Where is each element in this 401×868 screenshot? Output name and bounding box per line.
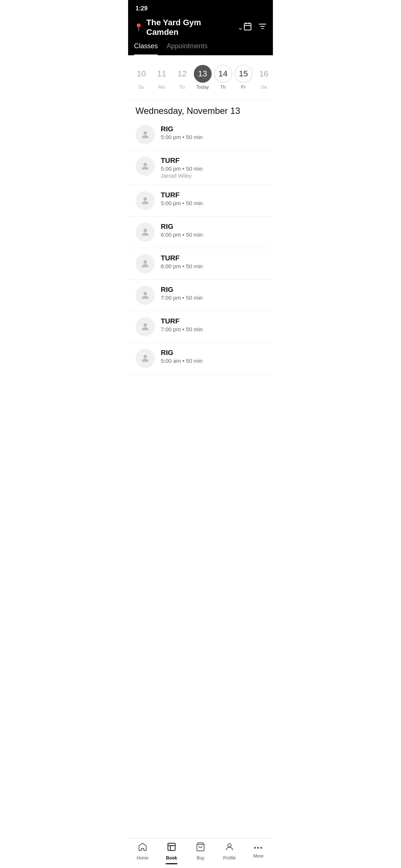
day-heading: Wednesday, November 13 <box>128 100 273 119</box>
avatar <box>136 349 155 368</box>
date-item-16[interactable]: 16 Sa <box>254 61 273 93</box>
person-icon <box>140 322 150 332</box>
svg-point-8 <box>143 163 147 166</box>
person-icon <box>140 259 150 269</box>
date-selector[interactable]: 10 Su 11 Mo 12 Tu 13 Today 1 <box>128 55 273 100</box>
svg-point-14 <box>143 355 147 358</box>
header-left: 📍 The Yard Gym Camden ⌄ <box>134 18 243 37</box>
date-item-15[interactable]: 15 Fr <box>233 61 254 93</box>
class-list: RIG 5:00 pm • 50 min TURF 5:00 pm • 50 m… <box>128 119 273 374</box>
avatar <box>136 125 155 144</box>
class-info: TURF 5:00 pm • 50 min Jarrad Wiley <box>161 157 265 179</box>
date-item-13[interactable]: 13 Today <box>192 61 213 93</box>
main-content: 10 Su 11 Mo 12 Tu 13 Today 1 <box>128 55 273 404</box>
date-item-11[interactable]: 11 Mo <box>151 61 172 93</box>
date-item-14[interactable]: 14 Th <box>213 61 233 93</box>
class-item[interactable]: RIG 5:00 pm • 50 min <box>128 119 273 151</box>
filter-icon[interactable] <box>258 22 267 33</box>
class-info: TURF 7:00 pm • 50 min <box>161 317 265 333</box>
class-item[interactable]: TURF 5:00 pm • 50 min Jarrad Wiley <box>128 151 273 185</box>
tab-appointments[interactable]: Appointments <box>167 42 208 55</box>
date-item-10[interactable]: 10 Su <box>131 61 151 93</box>
class-item[interactable]: RIG 5:00 am • 50 min <box>128 343 273 374</box>
svg-point-12 <box>143 292 147 295</box>
avatar <box>136 157 155 176</box>
class-info: RIG 7:00 pm • 50 min <box>161 286 265 302</box>
avatar <box>136 191 155 210</box>
avatar <box>136 254 155 273</box>
class-item[interactable]: RIG 6:00 pm • 50 min <box>128 217 273 248</box>
class-info: RIG 6:00 pm • 50 min <box>161 223 265 239</box>
status-bar: 1:29 <box>128 0 273 15</box>
location-icon: 📍 <box>134 23 143 32</box>
avatar <box>136 317 155 336</box>
calendar-icon[interactable] <box>243 22 252 33</box>
svg-point-7 <box>143 131 147 135</box>
class-item[interactable]: TURF 7:00 pm • 50 min <box>128 311 273 343</box>
person-icon <box>140 353 150 364</box>
person-icon <box>140 195 150 206</box>
tabs: Classes Appointments <box>128 37 273 55</box>
svg-point-10 <box>143 229 147 232</box>
header: 📍 The Yard Gym Camden ⌄ <box>128 15 273 37</box>
svg-point-11 <box>143 260 147 264</box>
chevron-down-icon[interactable]: ⌄ <box>238 23 243 32</box>
svg-rect-0 <box>244 23 251 30</box>
class-info: TURF 6:00 pm • 50 min <box>161 254 265 270</box>
class-info: RIG 5:00 am • 50 min <box>161 349 265 365</box>
person-icon <box>140 129 150 140</box>
class-item[interactable]: RIG 7:00 pm • 50 min <box>128 280 273 311</box>
avatar <box>136 286 155 305</box>
person-icon <box>140 227 150 237</box>
class-item[interactable]: TURF 5:00 pm • 50 min <box>128 185 273 217</box>
gym-name[interactable]: The Yard Gym Camden <box>146 18 233 37</box>
svg-point-9 <box>143 197 147 201</box>
class-item[interactable]: TURF 6:00 pm • 50 min <box>128 248 273 280</box>
tab-classes[interactable]: Classes <box>134 42 158 55</box>
status-time: 1:29 <box>136 5 147 11</box>
date-item-12[interactable]: 12 Tu <box>172 61 192 93</box>
class-info: RIG 5:00 pm • 50 min <box>161 125 265 141</box>
avatar <box>136 223 155 242</box>
class-info: TURF 5:00 pm • 50 min <box>161 191 265 207</box>
person-icon <box>140 161 150 171</box>
person-icon <box>140 290 150 300</box>
header-icons <box>243 22 267 33</box>
svg-point-13 <box>143 323 147 327</box>
